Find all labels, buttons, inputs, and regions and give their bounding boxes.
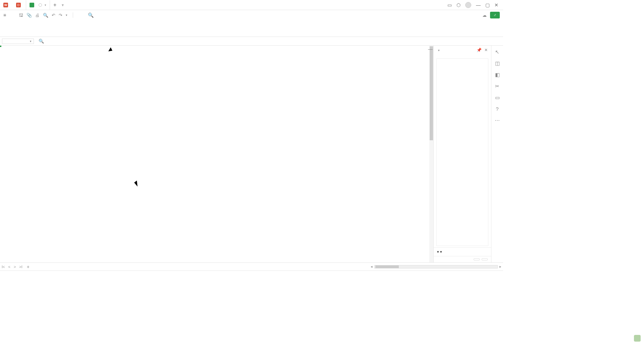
ribbon [0,20,503,37]
statusbar: ⊞ 👁 ▾ ▦ ▤ ◫ ▭ ▾ − + ⛶ [0,270,503,272]
menubar: ≡ 🖫 📎 🖨 🔍 ↶ ↷ ▾ 🔍 ☁ ♂ [0,10,503,20]
wps-logo-icon: W [3,3,8,7]
sheet-tabs: I< < > >I + ◂▸ [0,262,503,270]
chevron-down-icon[interactable]: ▾ [30,40,32,43]
style-icon[interactable]: ◧ [495,72,500,78]
help-icon[interactable]: ? [496,106,498,112]
more-icon[interactable]: ⋯ [495,117,500,123]
share-button[interactable]: ♂ [490,12,500,18]
svg-marker-3 [134,181,138,187]
titlebar: W D ▾ + ▾ ▭ ⬡ — ▢ ✕ [0,0,503,10]
next-sheet-icon[interactable]: > [12,265,17,269]
sidebar-icons: ↖ ◫ ◧ ✂ ▭ ? ⋯ [491,46,503,262]
panel-subtitle [434,54,491,57]
dropdown-icon[interactable]: ▾ [66,13,67,17]
save-icon[interactable]: 🖫 [19,13,23,18]
close-button[interactable]: ✕ [494,2,498,8]
layout-icon[interactable]: ▭ [447,2,452,8]
undo-icon[interactable]: ↶ [52,13,55,18]
svg-line-0 [101,47,111,79]
add-sheet-button[interactable]: + [24,264,32,269]
history-icon[interactable]: ▭ [495,95,500,101]
tab-dropdown-icon[interactable]: ▾ [45,3,46,7]
annotation-arrow-2 [117,130,141,190]
selection-border [0,46,1,47]
spreadsheet-icon [30,3,34,7]
tab-file[interactable]: ▾ [26,0,50,10]
annotation-arrow-1 [99,46,116,81]
preview-icon[interactable]: 🔍 [43,13,48,18]
collapse-panel-icon[interactable]: — [428,46,433,52]
selection-pane: ▾ 📌✕ ▾ ▾ [433,46,491,262]
svg-marker-1 [108,47,112,51]
minimize-button[interactable]: — [476,2,481,8]
layers-icon[interactable]: ◫ [495,60,500,66]
close-panel-icon[interactable]: ✕ [484,48,488,52]
select-icon[interactable]: ↖ [495,49,499,55]
panel-title: ▾ [437,48,440,52]
svg-line-2 [119,131,138,187]
horizontal-scrollbar[interactable]: ◂▸ [369,265,503,269]
last-sheet-icon[interactable]: >I [17,265,24,269]
vertical-scrollbar[interactable] [429,46,433,262]
hide-all-button[interactable] [482,258,488,260]
search-fx-icon[interactable]: 🔍 [39,39,44,44]
maximize-button[interactable]: ▢ [485,2,490,8]
menu-icon[interactable]: ≡ [3,12,6,18]
tab-add-button[interactable]: + [50,2,60,8]
tab-dropdown-icon[interactable]: ▾ [62,3,64,7]
pin-icon[interactable]: 📌 [477,48,482,52]
search-icon[interactable]: 🔍 [88,12,94,18]
show-all-button[interactable] [474,258,480,260]
redo-icon[interactable]: ↷ [59,13,62,18]
name-box[interactable]: ▾ [2,39,34,44]
panel-body [436,58,488,246]
template-icon: D [16,3,21,7]
print-icon[interactable]: 🖨 [35,13,40,18]
cube-icon[interactable]: ⬡ [457,2,461,8]
tab-status-icon [39,3,42,7]
clip-icon[interactable]: 📎 [26,13,32,18]
prev-sheet-icon[interactable]: < [6,265,12,269]
avatar[interactable] [465,2,471,8]
first-sheet-icon[interactable]: I< [0,265,6,269]
tools-icon[interactable]: ✂ [495,83,499,89]
cloud-icon[interactable]: ☁ [482,13,487,18]
sheet-area[interactable] [0,46,433,262]
formula-bar: ▾ 🔍 [0,37,503,46]
tab-templates[interactable]: D [13,0,26,10]
stack-order[interactable]: ▾ ▾ [437,250,442,254]
main-area: ▾ 📌✕ ▾ ▾ ↖ ◫ ◧ ✂ ▭ ? ⋯ — [0,46,503,262]
